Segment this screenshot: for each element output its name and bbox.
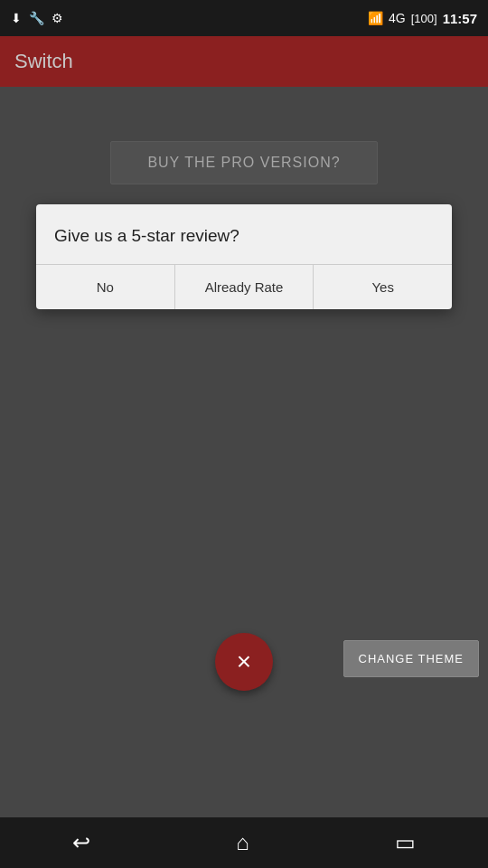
status-time: 11:57	[443, 11, 477, 26]
config-icon: ⚙	[52, 11, 63, 25]
review-dialog: Give us a 5-star review? No Already Rate…	[36, 204, 452, 309]
dialog-body: Give us a 5-star review?	[36, 204, 452, 265]
status-bar: ⬇ 🔧 ⚙ 📶 4G [100] 11:57	[0, 0, 488, 36]
recent-icon: ▭	[395, 830, 416, 855]
fab-close-button[interactable]: ×	[215, 633, 273, 691]
close-icon: ×	[237, 647, 251, 676]
back-nav-button[interactable]: ↩	[51, 823, 112, 863]
change-theme-button[interactable]: CHANGE THEME	[343, 640, 480, 677]
app-title: Switch	[14, 50, 73, 73]
main-content: BUY THE PRO VERSION? Give us a 5-star re…	[0, 87, 488, 817]
download-icon: ⬇	[11, 11, 22, 25]
dialog-actions: No Already Rate Yes	[36, 265, 452, 309]
dialog-title: Give us a 5-star review?	[54, 226, 239, 245]
wifi-icon: 📶	[368, 11, 383, 25]
recent-nav-button[interactable]: ▭	[373, 823, 437, 863]
home-icon: ⌂	[236, 830, 249, 855]
dialog-already-rate-button[interactable]: Already Rate	[175, 265, 314, 309]
dialog-overlay: Give us a 5-star review? No Already Rate…	[0, 87, 488, 817]
dialog-yes-button[interactable]: Yes	[314, 265, 452, 309]
battery-icon: [100]	[411, 12, 437, 25]
status-bar-right: 📶 4G [100] 11:57	[368, 11, 477, 26]
settings-icon: 🔧	[29, 11, 44, 25]
dialog-no-button[interactable]: No	[36, 265, 175, 309]
status-bar-left: ⬇ 🔧 ⚙	[11, 11, 63, 25]
app-bar: Switch	[0, 36, 488, 87]
home-nav-button[interactable]: ⌂	[214, 823, 271, 863]
back-icon: ↩	[72, 830, 90, 855]
signal-icon: 4G	[389, 11, 406, 25]
bottom-nav: ↩ ⌂ ▭	[0, 817, 488, 868]
